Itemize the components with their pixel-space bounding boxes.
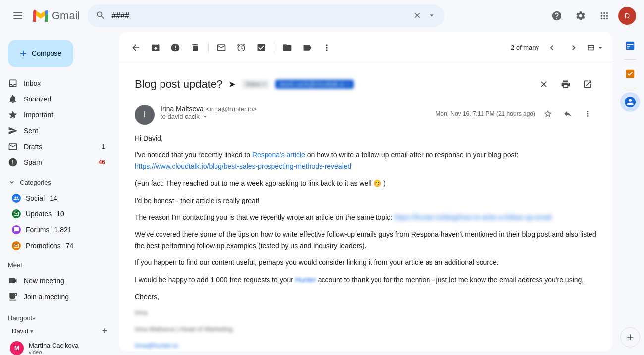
sender-to: to david cacik xyxy=(161,113,200,120)
david-user[interactable]: David ▾ + xyxy=(8,324,111,338)
sidebar-item-promotions[interactable]: Promotions 74 xyxy=(0,238,111,254)
report-button[interactable] xyxy=(166,39,184,56)
martina-status: video xyxy=(29,349,78,355)
view-toggle-button[interactable] xyxy=(587,39,604,56)
back-button[interactable] xyxy=(127,39,145,56)
label-button[interactable] xyxy=(298,39,316,56)
more-toolbar-button[interactable] xyxy=(318,39,336,56)
inbox-label: Inbox xyxy=(24,79,105,87)
right-calendar-button[interactable] xyxy=(620,36,640,55)
search-input[interactable] xyxy=(111,11,407,20)
toolbar-sep-2 xyxy=(274,42,274,53)
nav-items: Inbox Snoozed Important Sent xyxy=(0,75,119,170)
sender-email: <irina@hunter.io> xyxy=(206,105,257,113)
email-body: Hi David, I've noticed that you recently… xyxy=(135,133,596,351)
join-meeting-item[interactable]: Join a meeting xyxy=(0,289,111,304)
categories-header[interactable]: Categories xyxy=(0,174,119,190)
star-button[interactable] xyxy=(539,105,557,123)
body-paragraph-6: If you happen to find our content useful… xyxy=(135,257,596,268)
spam-icon xyxy=(8,157,18,167)
right-tasks-button[interactable] xyxy=(620,64,640,84)
search-icon xyxy=(96,10,106,22)
sidebar-item-social[interactable]: Social 14 xyxy=(0,190,111,206)
body-paragraph-1: I've noticed that you recently linked to… xyxy=(135,150,596,172)
close-email-button[interactable] xyxy=(535,75,553,93)
updates-label: Updates xyxy=(26,210,52,218)
social-icon xyxy=(12,194,21,203)
sent-label: Sent xyxy=(24,127,105,135)
settings-button[interactable] xyxy=(571,6,590,26)
new-meeting-label: New meeting xyxy=(24,277,105,285)
next-email-button[interactable] xyxy=(565,39,583,56)
search-bar[interactable] xyxy=(88,4,444,27)
page-info: 2 of many xyxy=(511,44,539,51)
sidebar-item-inbox[interactable]: Inbox xyxy=(0,75,111,91)
delete-button[interactable] xyxy=(186,39,204,56)
join-meeting-icon xyxy=(8,292,18,302)
prev-email-button[interactable] xyxy=(543,39,561,56)
sidebar-item-snoozed[interactable]: Snoozed xyxy=(0,91,111,107)
user-avatar[interactable]: D xyxy=(618,7,636,25)
email-toolbar: 2 of many xyxy=(119,32,612,63)
search-clear-icon[interactable] xyxy=(413,11,422,21)
task-button[interactable] xyxy=(252,39,270,56)
svg-rect-4 xyxy=(627,44,634,45)
gmail-logo: Gmail xyxy=(32,7,80,25)
sidebar-item-spam[interactable]: Spam 46 xyxy=(0,154,111,170)
spam-count: 46 xyxy=(99,159,105,166)
to-tag[interactable]: david.cacik@cloudtalk.io × xyxy=(275,80,354,89)
main-layout: + Compose Inbox Snoozed Impo xyxy=(0,32,644,355)
sender-info: Irina Maltseva <irina@hunter.io> to davi… xyxy=(161,105,435,120)
search-dropdown-icon[interactable] xyxy=(428,11,436,21)
svg-rect-2 xyxy=(13,18,22,19)
apps-button[interactable] xyxy=(594,6,614,26)
help-button[interactable] xyxy=(547,6,567,26)
cloudtalk-blog-link[interactable]: https://www.cloudtalk.io/blog/best-sales… xyxy=(135,162,351,170)
move-button[interactable] xyxy=(278,39,296,56)
body-sig-email: irina@hunter.io xyxy=(135,341,596,351)
body-closing: Cheers, xyxy=(135,291,596,302)
sidebar-item-important[interactable]: Important xyxy=(0,107,111,123)
print-email-button[interactable] xyxy=(557,75,575,93)
inbox-label-tag[interactable]: Inbox × xyxy=(242,80,269,89)
archive-button[interactable] xyxy=(147,39,164,56)
right-add-button[interactable] xyxy=(620,327,640,347)
categories-label: Categories xyxy=(20,179,51,186)
toolbar-right: 2 of many xyxy=(511,39,604,56)
hunter-article-link[interactable]: https://hunter.io/blog/how-to-write-a-fo… xyxy=(394,213,551,221)
important-label: Important xyxy=(24,111,105,119)
sidebar-item-updates[interactable]: Updates 10 xyxy=(0,206,111,222)
hunter-account-link[interactable]: Hunter xyxy=(295,276,316,284)
sidebar-item-drafts[interactable]: Drafts 1 xyxy=(0,139,111,154)
spam-label: Spam xyxy=(24,158,93,166)
respona-article-link[interactable]: Respona's article xyxy=(252,151,305,159)
compose-button[interactable]: + Compose xyxy=(8,40,73,67)
snoozed-label: Snoozed xyxy=(24,95,105,103)
mark-unread-button[interactable] xyxy=(213,39,230,56)
hamburger-button[interactable] xyxy=(8,6,28,26)
reply-button[interactable] xyxy=(559,105,577,123)
add-hangout-button[interactable]: + xyxy=(102,326,107,336)
body-greeting: Hi David, xyxy=(135,133,596,144)
more-email-button[interactable] xyxy=(579,105,596,123)
updates-icon xyxy=(12,209,21,218)
email-date: Mon, Nov 16, 7:11 PM (21 hours ago) xyxy=(435,110,535,117)
body-paragraph-3: I'd be honest - their article is really … xyxy=(135,195,596,206)
martina-name: Martina Cacikova xyxy=(29,342,78,349)
body-sig-title: Irina Maltseva | Head of Marketing xyxy=(135,324,596,335)
email-subject-row: Blog post update? ➤ Inbox × david.cacik@… xyxy=(135,75,596,93)
promotions-label: Promotions xyxy=(26,242,61,250)
snooze-button[interactable] xyxy=(232,39,250,56)
sidebar-item-forums[interactable]: Forums 1,821 xyxy=(0,222,111,238)
social-count: 14 xyxy=(50,194,57,202)
open-external-button[interactable] xyxy=(579,75,596,93)
sidebar-item-sent[interactable]: Sent xyxy=(0,123,111,139)
right-contacts-button[interactable] xyxy=(620,92,640,112)
email-content: Blog post update? ➤ Inbox × david.cacik@… xyxy=(119,63,612,351)
promotions-icon xyxy=(12,241,21,250)
hangouts-header: Hangouts xyxy=(8,312,111,324)
updates-count: 10 xyxy=(56,210,64,218)
new-meeting-item[interactable]: New meeting xyxy=(0,273,111,289)
recipient-dropdown-icon[interactable] xyxy=(202,113,209,120)
hangout-contact-martina[interactable]: M Martina Cacikova video xyxy=(8,338,111,355)
